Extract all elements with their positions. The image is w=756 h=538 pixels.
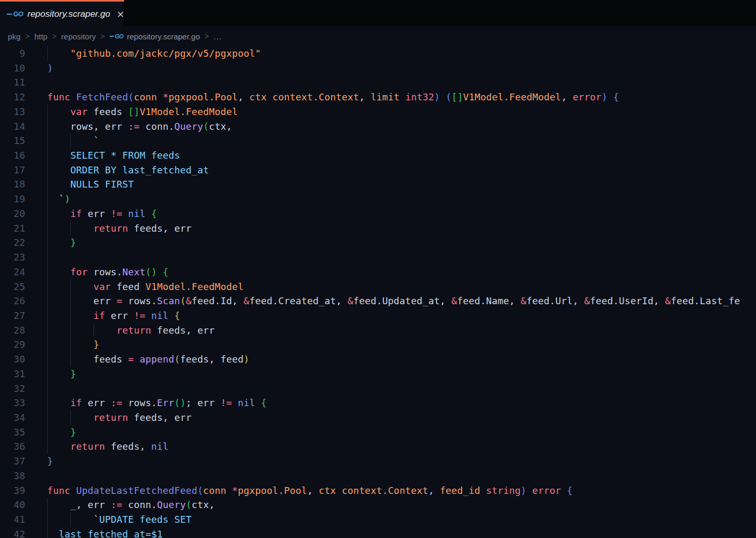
- line-number[interactable]: 30: [0, 352, 25, 367]
- indent-guide: [47, 46, 48, 61]
- code-line[interactable]: 37}: [0, 454, 756, 469]
- code-text: if err != nil {: [25, 206, 756, 221]
- code-line[interactable]: 24 for rows.Next() {: [0, 265, 756, 280]
- indent-guide: [47, 439, 48, 454]
- line-number[interactable]: 9: [0, 46, 25, 61]
- line-number[interactable]: 12: [0, 90, 25, 105]
- indent-guide: [70, 133, 71, 148]
- line-number[interactable]: 17: [0, 163, 25, 178]
- code-line[interactable]: 40 _, err := conn.Query(ctx,: [0, 498, 756, 512]
- line-number[interactable]: 27: [0, 308, 25, 323]
- line-number[interactable]: 26: [0, 294, 25, 308]
- indent-guide: [47, 410, 48, 425]
- code-text: rows, err := conn.Query(ctx,: [25, 119, 756, 134]
- code-line[interactable]: 19 `): [0, 192, 756, 206]
- code-line[interactable]: 33 if err := rows.Err(); err != nil {: [0, 396, 756, 410]
- code-line[interactable]: 38: [0, 469, 756, 483]
- indent-guide: [70, 352, 71, 367]
- line-number[interactable]: 15: [0, 133, 25, 148]
- line-number[interactable]: 41: [0, 512, 25, 527]
- code-line[interactable]: 12func FetchFeed(conn *pgxpool.Pool, ctx…: [0, 90, 756, 105]
- code-line[interactable]: 31 }: [0, 367, 756, 381]
- code-line[interactable]: 32: [0, 381, 756, 396]
- line-number[interactable]: 14: [0, 119, 25, 134]
- indent-guide: [47, 352, 48, 367]
- line-number[interactable]: 22: [0, 235, 25, 250]
- code-line[interactable]: 21 return feeds, err: [0, 221, 756, 236]
- line-number[interactable]: 18: [0, 177, 25, 192]
- indent-guide: [70, 294, 71, 308]
- line-number[interactable]: 28: [0, 323, 25, 338]
- code-line[interactable]: 30 feeds = append(feeds, feed): [0, 352, 756, 367]
- code-line[interactable]: 9 "github.com/jackc/pgx/v5/pgxpool": [0, 46, 756, 61]
- code-line[interactable]: 13 var feeds []V1Model.FeedModel: [0, 105, 756, 119]
- code-text: for rows.Next() {: [25, 265, 756, 280]
- breadcrumb-item[interactable]: http: [34, 32, 47, 41]
- code-line[interactable]: 11: [0, 75, 756, 90]
- breadcrumb-symbol-ellipsis[interactable]: ...: [214, 32, 222, 41]
- indent-guide: [47, 163, 48, 178]
- code-line[interactable]: 25 var feed V1Model.FeedModel: [0, 280, 756, 294]
- tab-repository-scraper-go[interactable]: go repository.scraper.go ×: [0, 0, 124, 26]
- line-number[interactable]: 16: [0, 148, 25, 163]
- line-number[interactable]: 38: [0, 469, 25, 483]
- code-line[interactable]: 35 }: [0, 425, 756, 440]
- indent-guide: [47, 133, 48, 148]
- code-line[interactable]: 42 last_fetched_at=$1: [0, 527, 756, 538]
- code-line[interactable]: 18 NULLS FIRST: [0, 177, 756, 192]
- line-number[interactable]: 34: [0, 410, 25, 425]
- line-number[interactable]: 25: [0, 280, 25, 294]
- code-line[interactable]: 41 `UPDATE feeds SET: [0, 512, 756, 527]
- breadcrumb-file[interactable]: GOrepository.scraper.go: [110, 32, 200, 41]
- tab-bar: go repository.scraper.go ×: [0, 0, 756, 26]
- line-number[interactable]: 42: [0, 527, 25, 538]
- line-number[interactable]: 33: [0, 396, 25, 410]
- code-line[interactable]: 10): [0, 61, 756, 76]
- line-number[interactable]: 32: [0, 381, 25, 396]
- line-number[interactable]: 29: [0, 337, 25, 352]
- code-line[interactable]: 14 rows, err := conn.Query(ctx,: [0, 119, 756, 134]
- line-number[interactable]: 36: [0, 439, 25, 454]
- breadcrumb-item[interactable]: repository: [61, 32, 96, 41]
- chevron-right-icon: >: [205, 32, 209, 40]
- line-number[interactable]: 11: [0, 75, 25, 90]
- line-number[interactable]: 23: [0, 250, 25, 265]
- indent-guide: [47, 119, 48, 134]
- code-line[interactable]: 20 if err != nil {: [0, 206, 756, 221]
- code-text: err = rows.Scan(&feed.Id, &feed.Created_…: [25, 294, 756, 308]
- code-line[interactable]: 17 ORDER BY last_fetched_at: [0, 163, 756, 178]
- line-number[interactable]: 20: [0, 206, 25, 221]
- line-number[interactable]: 35: [0, 425, 25, 440]
- code-line[interactable]: 34 return feeds, err: [0, 410, 756, 425]
- code-line[interactable]: 22 }: [0, 235, 756, 250]
- line-number[interactable]: 21: [0, 221, 25, 236]
- indent-guide: [70, 337, 71, 352]
- indent-guide: [47, 221, 48, 236]
- code-text: feeds = append(feeds, feed): [25, 352, 756, 367]
- line-number[interactable]: 39: [0, 483, 25, 498]
- breadcrumb-file-label: repository.scraper.go: [127, 32, 200, 41]
- code-line[interactable]: 23: [0, 250, 756, 265]
- indent-guide: [47, 367, 48, 381]
- code-line[interactable]: 28 return feeds, err: [0, 323, 756, 338]
- line-number[interactable]: 19: [0, 192, 25, 206]
- editor[interactable]: 9 "github.com/jackc/pgx/v5/pgxpool"10)11…: [0, 46, 756, 538]
- code-line[interactable]: 26 err = rows.Scan(&feed.Id, &feed.Creat…: [0, 294, 756, 308]
- code-text: last_fetched_at=$1: [25, 527, 756, 538]
- line-number[interactable]: 40: [0, 498, 25, 512]
- code-line[interactable]: 16 SELECT * FROM feeds: [0, 148, 756, 163]
- line-number[interactable]: 10: [0, 61, 25, 76]
- line-number[interactable]: 13: [0, 105, 25, 119]
- close-icon[interactable]: ×: [117, 9, 124, 19]
- code-text: SELECT * FROM feeds: [25, 148, 756, 163]
- line-number[interactable]: 37: [0, 454, 25, 469]
- code-text: }: [25, 425, 756, 440]
- line-number[interactable]: 31: [0, 367, 25, 381]
- code-line[interactable]: 29 }: [0, 337, 756, 352]
- code-line[interactable]: 27 if err != nil {: [0, 308, 756, 323]
- code-line[interactable]: 36 return feeds, nil: [0, 439, 756, 454]
- line-number[interactable]: 24: [0, 265, 25, 280]
- code-line[interactable]: 39func UpdateLastFetchedFeed(conn *pgxpo…: [0, 483, 756, 498]
- breadcrumb-item[interactable]: pkg: [8, 32, 20, 41]
- code-line[interactable]: 15 `: [0, 133, 756, 148]
